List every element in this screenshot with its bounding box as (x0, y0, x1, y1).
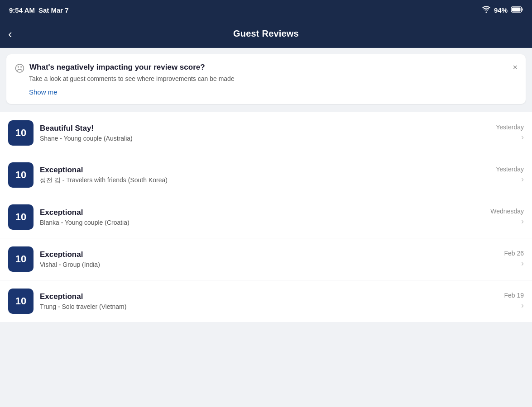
score-badge: 10 (8, 289, 34, 314)
battery-pct: 94% (494, 6, 508, 14)
svg-rect-2 (522, 8, 523, 10)
review-item[interactable]: 10 Exceptional Vishal - Group (India) Fe… (0, 238, 532, 280)
score-badge: 10 (8, 204, 34, 230)
chevron-right-icon: › (521, 301, 524, 310)
nav-bar: ‹ Guest Reviews (0, 20, 532, 48)
review-info: Exceptional Trung - Solo traveler (Vietn… (40, 292, 498, 310)
review-meta: Yesterday › (496, 123, 524, 142)
sad-face-icon: ☹ (14, 63, 25, 75)
review-guest: Vishal - Group (India) (40, 261, 498, 268)
content-area: ☹ What's negatively impacting your revie… (0, 48, 532, 328)
review-item[interactable]: 10 Beautiful Stay! Shane - Young couple … (0, 112, 532, 154)
review-item[interactable]: 10 Exceptional 성전 김 - Travelers with fri… (0, 154, 532, 196)
chevron-right-icon: › (521, 133, 524, 142)
review-guest: Shane - Young couple (Australia) (40, 135, 489, 142)
score-badge: 10 (8, 246, 34, 272)
review-title: Beautiful Stay! (40, 124, 489, 133)
review-item[interactable]: 10 Exceptional Trung - Solo traveler (Vi… (0, 280, 532, 322)
review-date: Wednesday (490, 208, 524, 215)
review-item[interactable]: 10 Exceptional Blanka - Young couple (Cr… (0, 196, 532, 238)
review-meta: Wednesday › (490, 208, 524, 226)
status-time: 9:54 AM (9, 6, 35, 14)
review-info: Exceptional Blanka - Young couple (Croat… (40, 208, 484, 226)
chevron-right-icon: › (521, 175, 524, 184)
alert-header: ☹ What's negatively impacting your revie… (14, 62, 518, 75)
alert-close-button[interactable]: × (513, 63, 518, 72)
alert-subtitle: Take a look at guest comments to see whe… (29, 75, 235, 82)
back-button[interactable]: ‹ (8, 28, 12, 40)
review-info: Exceptional 성전 김 - Travelers with friend… (40, 166, 489, 185)
chevron-right-icon: › (521, 259, 524, 268)
review-title: Exceptional (40, 208, 484, 217)
review-guest: Trung - Solo traveler (Vietnam) (40, 303, 498, 310)
review-title: Exceptional (40, 292, 498, 301)
status-bar-time-area: 9:54 AM Sat Mar 7 (9, 6, 69, 14)
alert-card: ☹ What's negatively impacting your revie… (6, 54, 526, 104)
review-meta: Feb 19 › (504, 292, 524, 310)
review-info: Exceptional Vishal - Group (India) (40, 250, 498, 268)
score-badge: 10 (8, 162, 34, 188)
page-title: Guest Reviews (233, 28, 299, 39)
review-meta: Feb 26 › (504, 250, 524, 268)
review-date: Yesterday (496, 166, 524, 173)
review-title: Exceptional (40, 250, 498, 259)
review-title: Exceptional (40, 166, 489, 175)
svg-rect-1 (512, 7, 521, 11)
review-meta: Yesterday › (496, 166, 524, 184)
show-me-link[interactable]: Show me (29, 88, 518, 96)
review-date: Feb 19 (504, 292, 524, 299)
battery-icon (511, 6, 523, 14)
review-date: Yesterday (496, 123, 524, 131)
status-day: Sat Mar 7 (38, 6, 69, 14)
review-date: Feb 26 (504, 250, 524, 257)
status-bar-icons: 94% (482, 6, 523, 14)
chevron-right-icon: › (521, 217, 524, 226)
score-badge: 10 (8, 120, 34, 146)
review-guest: 성전 김 - Travelers with friends (South Kor… (40, 176, 489, 185)
reviews-list: 10 Beautiful Stay! Shane - Young couple … (0, 112, 532, 322)
alert-title: What's negatively impacting your review … (29, 62, 508, 72)
wifi-icon (482, 6, 490, 14)
review-info: Beautiful Stay! Shane - Young couple (Au… (40, 124, 489, 142)
status-bar: 9:54 AM Sat Mar 7 94% (0, 0, 532, 20)
review-guest: Blanka - Young couple (Croatia) (40, 219, 484, 226)
